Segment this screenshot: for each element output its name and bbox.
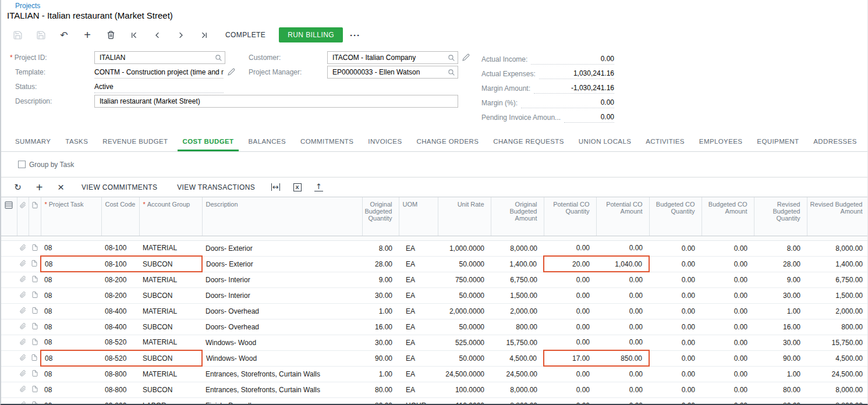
cell-account_group[interactable]: SUBCON	[139, 256, 202, 272]
add-row-icon[interactable]: +	[29, 180, 50, 195]
attachments-column-icon[interactable]	[20, 201, 26, 209]
cell-uom[interactable]: EA	[399, 350, 438, 366]
tab-change-requests[interactable]: CHANGE REQUESTS	[488, 133, 569, 151]
tab-employees[interactable]: EMPLOYEES	[695, 133, 747, 151]
file-icon[interactable]	[31, 338, 38, 346]
row-selector-cell[interactable]	[1, 319, 17, 335]
row-selector-cell[interactable]	[1, 240, 17, 256]
cell-pca[interactable]: 0.00	[596, 303, 649, 319]
undo-icon[interactable]: ↶	[52, 26, 76, 44]
cell-oba[interactable]: 1,500.00	[491, 287, 544, 303]
cell-pca[interactable]: 0.00	[596, 366, 649, 382]
file-icon[interactable]	[31, 354, 38, 361]
cell-bca[interactable]: 0.00	[702, 272, 754, 287]
cell-file-icon[interactable]	[29, 335, 41, 350]
column-header-unit_rate[interactable]: Unit Rate	[438, 197, 491, 236]
cell-uom[interactable]: EA	[399, 335, 438, 350]
cell-uom[interactable]: HOUR	[399, 397, 438, 405]
cell-pcq[interactable]: 0.00	[544, 397, 596, 405]
tab-tasks[interactable]: TASKS	[61, 133, 93, 151]
cell-rba[interactable]: 800.00	[807, 319, 868, 335]
cell-pcq[interactable]: 0.00	[544, 240, 596, 256]
cell-rbq[interactable]: 1.00	[754, 366, 807, 382]
cell-bca[interactable]: 0.00	[702, 335, 754, 350]
paperclip-icon[interactable]	[20, 260, 26, 267]
cell-rba[interactable]: 8,800.00	[807, 397, 868, 405]
cell-obq[interactable]: 1.00	[362, 366, 399, 382]
cell-pca[interactable]: 0.00	[596, 240, 649, 256]
cell-oba[interactable]: 800.00	[491, 319, 544, 335]
cell-pca[interactable]: 0.00	[596, 287, 649, 303]
cell-bca[interactable]: 0.00	[702, 319, 754, 335]
paperclip-icon[interactable]	[20, 275, 26, 283]
cell-description[interactable]: Doors- Exterior	[202, 256, 362, 272]
cell-cost_code[interactable]: 08-520	[101, 350, 139, 366]
cell-bcq[interactable]: 0.00	[649, 382, 702, 397]
description-field[interactable]: Italian restaurant (Market Street)	[94, 95, 458, 108]
cell-uom[interactable]: EA	[399, 382, 438, 397]
insert-icon[interactable]: +	[76, 26, 99, 44]
cell-account_group[interactable]: MATERIAL	[139, 366, 202, 382]
cell-bca[interactable]: 0.00	[702, 303, 754, 319]
tab-summary[interactable]: SUMMARY	[10, 133, 55, 151]
cell-uom[interactable]: EA	[399, 366, 438, 382]
cell-pcq[interactable]: 17.00	[544, 350, 596, 366]
cell-rbq[interactable]: 16.00	[754, 319, 807, 335]
cell-paperclip-icon[interactable]	[17, 397, 29, 405]
row-selector-cell[interactable]	[1, 350, 17, 366]
view-transactions-button[interactable]: VIEW TRANSACTIONS	[167, 183, 265, 191]
cell-paperclip-icon[interactable]	[17, 256, 29, 272]
file-icon[interactable]	[31, 401, 38, 405]
tab-commitments[interactable]: COMMITMENTS	[296, 133, 358, 151]
cell-description[interactable]: Finish- Drywall	[202, 397, 362, 405]
column-header-pcq[interactable]: Potential CO Quantity	[544, 197, 596, 236]
cell-task[interactable]: 08	[41, 240, 101, 256]
cell-obq[interactable]: 80.00	[362, 382, 399, 397]
cell-rbq[interactable]: 90.00	[754, 350, 807, 366]
delete-row-icon[interactable]: ×	[50, 180, 72, 195]
cell-uom[interactable]: EA	[399, 240, 438, 256]
cell-file-icon[interactable]	[29, 240, 41, 256]
cell-description[interactable]: Doors- Overhead	[202, 303, 362, 319]
cell-file-icon[interactable]	[29, 366, 41, 382]
paperclip-icon[interactable]	[20, 338, 26, 346]
tab-activities[interactable]: ACTIVITIES	[641, 133, 689, 151]
tab-revenue-budget[interactable]: REVENUE BUDGET	[98, 133, 172, 151]
cell-account_group[interactable]: MATERIAL	[139, 240, 202, 256]
row-selector-cell[interactable]	[1, 303, 17, 319]
cell-bca[interactable]: 0.00	[702, 240, 754, 256]
cell-unit_rate[interactable]: 50.0000	[438, 256, 491, 272]
project-manager-field[interactable]: EP00000033 - Ellen Watson	[327, 66, 458, 79]
cell-rbq[interactable]: 80.00	[754, 397, 807, 405]
cell-obq[interactable]: 30.00	[362, 335, 399, 350]
paperclip-icon[interactable]	[20, 370, 26, 377]
grid-settings-icon[interactable]	[5, 201, 13, 209]
cell-pca[interactable]: 1,040.00	[596, 256, 649, 272]
cell-obq[interactable]: 16.00	[362, 319, 399, 335]
cell-paperclip-icon[interactable]	[17, 319, 29, 335]
paperclip-icon[interactable]	[20, 291, 26, 299]
search-icon[interactable]	[448, 69, 455, 76]
cell-file-icon[interactable]	[29, 256, 41, 272]
cell-bca[interactable]: 0.00	[702, 287, 754, 303]
cell-description[interactable]: Windows- Wood	[202, 335, 362, 350]
cell-file-icon[interactable]	[29, 382, 41, 397]
cell-rba[interactable]: 2,000.00	[807, 303, 868, 319]
delete-icon[interactable]	[99, 26, 122, 44]
paperclip-icon[interactable]	[20, 385, 26, 393]
cell-obq[interactable]: 90.00	[362, 350, 399, 366]
tab-invoices[interactable]: INVOICES	[363, 133, 406, 151]
cell-task[interactable]: 08	[41, 303, 101, 319]
cell-bcq[interactable]: 0.00	[649, 287, 702, 303]
cell-paperclip-icon[interactable]	[17, 382, 29, 397]
cell-unit_rate[interactable]: 50.0000	[438, 287, 491, 303]
tab-addresses[interactable]: ADDRESSES	[809, 133, 862, 151]
file-icon[interactable]	[31, 244, 38, 251]
row-selector-cell[interactable]	[1, 256, 17, 272]
cell-cost_code[interactable]: 08-200	[101, 287, 139, 303]
paperclip-icon[interactable]	[20, 354, 26, 361]
cell-task[interactable]: 08	[41, 272, 101, 287]
more-actions-icon[interactable]: ···	[350, 30, 360, 40]
cell-unit_rate[interactable]: 2,000.0000	[438, 303, 491, 319]
cell-obq[interactable]: 80.00	[362, 397, 399, 405]
